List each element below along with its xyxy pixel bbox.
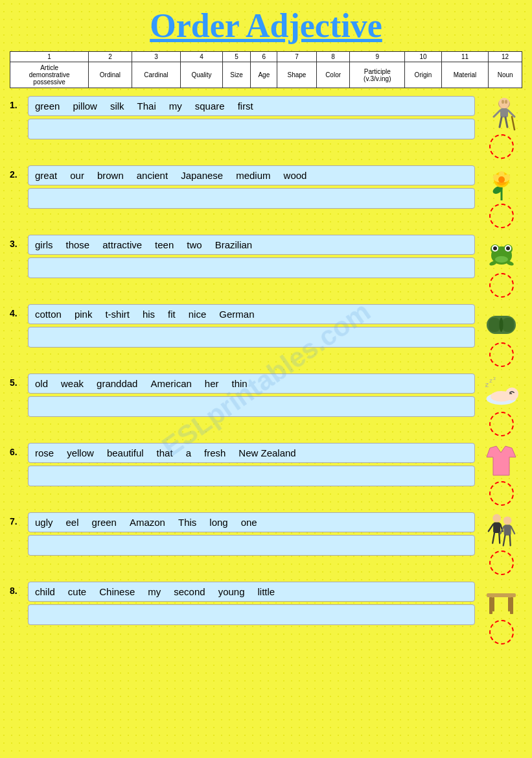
col-label-2: Ordinal bbox=[89, 62, 132, 88]
word: rose bbox=[35, 447, 54, 458]
svg-marker-39 bbox=[487, 446, 516, 475]
col-num-12: 12 bbox=[489, 52, 522, 62]
svg-rect-30 bbox=[489, 318, 500, 332]
col-label-11: Material bbox=[441, 62, 489, 88]
exercise-4: 4. cotton pink t-shirt his fit nice Germ… bbox=[10, 304, 522, 367]
word: green bbox=[35, 101, 60, 112]
word: fit bbox=[168, 309, 176, 320]
exercise-num-6: 6. bbox=[10, 443, 23, 457]
word: second bbox=[174, 586, 205, 597]
svg-rect-57 bbox=[508, 597, 510, 611]
word: silk bbox=[110, 101, 124, 112]
word: my bbox=[169, 101, 182, 112]
image-col-5: z z z bbox=[480, 373, 522, 436]
col-label-8: Color bbox=[316, 62, 350, 88]
svg-line-43 bbox=[489, 524, 493, 531]
image-col-7 bbox=[480, 512, 522, 575]
word: ugly bbox=[35, 517, 53, 528]
table-number-row: 1 2 3 4 5 6 7 8 9 10 11 12 bbox=[10, 52, 522, 62]
words-row-2: great our brown ancient Japanese medium … bbox=[28, 165, 475, 185]
word: little bbox=[258, 586, 275, 597]
col-num-11: 11 bbox=[441, 52, 489, 62]
exercise-num-3: 3. bbox=[10, 235, 23, 249]
words-row-8: child cute Chinese my second young littl… bbox=[28, 582, 475, 602]
word: our bbox=[70, 170, 84, 181]
answer-row-2[interactable] bbox=[28, 188, 475, 209]
col-label-5: Size bbox=[222, 62, 251, 88]
word: ancient bbox=[137, 170, 168, 181]
svg-line-50 bbox=[511, 527, 515, 534]
svg-line-45 bbox=[492, 533, 494, 543]
word: his bbox=[143, 309, 155, 320]
col-num-10: 10 bbox=[405, 52, 442, 62]
svg-text:z: z bbox=[485, 381, 489, 388]
svg-line-46 bbox=[499, 533, 500, 543]
col-num-1: 1 bbox=[10, 52, 89, 62]
table-label-row: Articledemonstrativepossessive Ordinal C… bbox=[10, 62, 522, 88]
adjective-order-table: 1 2 3 4 5 6 7 8 9 10 11 12 Articledemons… bbox=[10, 51, 522, 88]
dashed-circle-7 bbox=[489, 551, 514, 575]
word: a bbox=[186, 447, 191, 458]
answer-row-4[interactable] bbox=[28, 327, 475, 348]
col-num-7: 7 bbox=[277, 52, 317, 62]
word: old bbox=[35, 378, 48, 389]
col-num-2: 2 bbox=[89, 52, 132, 62]
svg-point-26 bbox=[495, 256, 508, 263]
word: Brazilian bbox=[215, 239, 253, 250]
word: one bbox=[241, 517, 257, 528]
word: first bbox=[238, 101, 253, 112]
answer-row-1[interactable] bbox=[28, 119, 475, 139]
svg-rect-54 bbox=[489, 597, 492, 614]
image-col-3 bbox=[480, 235, 522, 298]
word: green bbox=[92, 517, 117, 528]
svg-rect-55 bbox=[510, 597, 513, 614]
svg-line-6 bbox=[494, 110, 500, 117]
exercise-content-2: great our brown ancient Japanese medium … bbox=[28, 165, 475, 209]
illustration-3 bbox=[483, 235, 519, 270]
word: that bbox=[157, 447, 173, 458]
word: square bbox=[195, 101, 225, 112]
svg-point-24 bbox=[493, 246, 497, 250]
answer-row-3[interactable] bbox=[28, 257, 475, 278]
svg-line-7 bbox=[508, 110, 515, 117]
exercise-3: 3. girls those attractive teen two Brazi… bbox=[10, 235, 522, 298]
exercise-content-4: cotton pink t-shirt his fit nice German bbox=[28, 304, 475, 348]
word: teen bbox=[155, 239, 174, 250]
answer-row-8[interactable] bbox=[28, 604, 475, 625]
svg-line-10 bbox=[512, 117, 515, 130]
col-num-3: 3 bbox=[132, 52, 180, 62]
col-num-5: 5 bbox=[222, 52, 251, 62]
answer-row-6[interactable] bbox=[28, 466, 475, 486]
words-row-7: ugly eel green Amazon This long one bbox=[28, 512, 475, 532]
word: medium bbox=[236, 170, 270, 181]
svg-rect-42 bbox=[493, 523, 500, 534]
svg-point-18 bbox=[498, 176, 505, 183]
illustration-2 bbox=[483, 165, 519, 201]
word: those bbox=[66, 239, 90, 250]
image-col-8 bbox=[480, 582, 522, 645]
words-row-4: cotton pink t-shirt his fit nice German bbox=[28, 304, 475, 324]
words-row-1: green pillow silk Thai my square first bbox=[28, 96, 475, 116]
word: young bbox=[218, 586, 245, 597]
word: beautiful bbox=[107, 447, 144, 458]
word: her bbox=[205, 378, 219, 389]
words-row-6: rose yellow beautiful that a fresh New Z… bbox=[28, 443, 475, 463]
word: t-shirt bbox=[105, 309, 130, 320]
dashed-circle-3 bbox=[489, 273, 514, 298]
svg-rect-56 bbox=[492, 597, 494, 611]
illustration-5: z z z bbox=[483, 373, 519, 409]
exercise-1: 1. green pillow silk Thai my square firs… bbox=[10, 96, 522, 159]
image-col-4 bbox=[480, 304, 522, 367]
word: Amazon bbox=[130, 517, 165, 528]
word: pink bbox=[75, 309, 93, 320]
col-label-3: Cardinal bbox=[132, 62, 180, 88]
answer-row-7[interactable] bbox=[28, 535, 475, 556]
illustration-8 bbox=[483, 582, 519, 617]
svg-rect-31 bbox=[502, 318, 514, 332]
illustration-7 bbox=[483, 512, 519, 548]
svg-point-25 bbox=[506, 246, 510, 250]
dashed-circle-1 bbox=[489, 134, 514, 159]
answer-row-5[interactable] bbox=[28, 396, 475, 417]
words-row-3: girls those attractive teen two Brazilia… bbox=[28, 235, 475, 255]
col-num-4: 4 bbox=[181, 52, 223, 62]
